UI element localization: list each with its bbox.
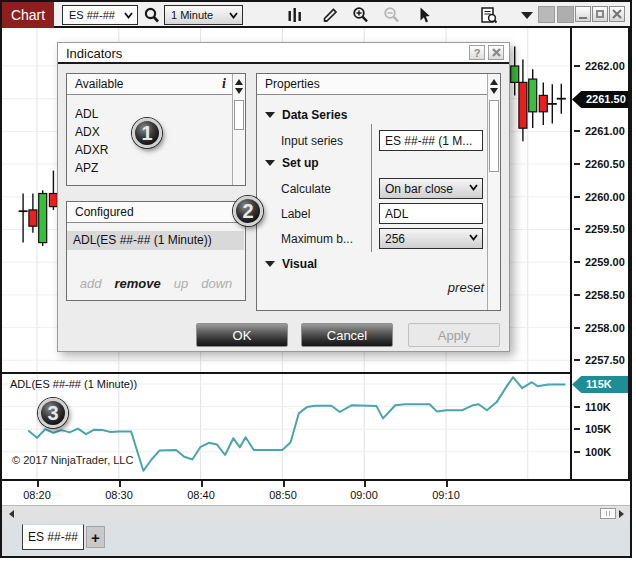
dialog-close-button[interactable] [488, 45, 504, 60]
restore-button[interactable] [592, 6, 608, 22]
last-price-tag: 2261.50 [572, 91, 630, 108]
search-icon[interactable] [142, 6, 162, 25]
close-icon [492, 48, 501, 57]
section-label: Set up [282, 156, 319, 170]
indicator-tick: 110K [572, 400, 628, 414]
callout-badge-2: 2 [233, 196, 263, 226]
scroll-up-icon[interactable] [235, 79, 243, 85]
label-label: Label [281, 207, 310, 221]
chart-window: Chart ES ##-## 1 Minute [0, 0, 632, 558]
available-scrollbar[interactable] [232, 74, 245, 185]
info-icon[interactable]: i [222, 76, 226, 92]
tab-es[interactable]: ES ##-## [22, 524, 84, 550]
toolbar: Chart ES ##-## 1 Minute [2, 2, 630, 28]
chevron-down-icon [229, 12, 238, 19]
available-header: Available [67, 74, 245, 95]
price-tick: 2260.00 [572, 190, 628, 204]
time-axis[interactable]: 08:20 08:30 08:40 08:50 09:00 09:10 [2, 479, 630, 505]
help-button[interactable]: ? [469, 45, 485, 60]
candle-body [39, 194, 47, 243]
indicators-dialog: Indicators ? Available i ADL ADX ADXR AP… [57, 42, 510, 352]
label-value: ADL [385, 207, 408, 221]
section-data-series[interactable]: Data Series [265, 108, 347, 122]
add-tab-button[interactable]: + [86, 526, 105, 548]
configured-header: Configured [67, 202, 245, 223]
properties-scrollbar[interactable] [487, 74, 500, 310]
input-series-field[interactable]: ES ##-## (1 M... [379, 130, 483, 151]
interval-link-button[interactable] [557, 6, 574, 23]
remove-link[interactable]: remove [114, 276, 160, 291]
label-field[interactable]: ADL [379, 203, 483, 224]
scroll-down-icon[interactable] [235, 88, 243, 94]
chevron-down-icon [124, 12, 133, 19]
time-tick: 09:10 [425, 489, 467, 501]
preset-link[interactable]: preset [448, 280, 484, 295]
price-tick: 2258.50 [572, 288, 628, 302]
draw-pencil-icon[interactable] [320, 6, 340, 25]
section-set-up[interactable]: Set up [265, 156, 319, 170]
ok-button[interactable]: OK [196, 323, 288, 347]
calculate-dropdown[interactable]: On bar close [379, 178, 483, 199]
instrument-dropdown[interactable]: ES ##-## [62, 5, 138, 25]
candle-body [519, 82, 527, 128]
scroll-right-button[interactable] [614, 506, 628, 521]
indicator-tick: 100K [572, 445, 628, 459]
calculate-label: Calculate [281, 182, 331, 196]
scrollbar-thumb[interactable] [600, 508, 616, 519]
price-axis[interactable]: 2262.00 2261.00 2260.50 2260.00 2259.50 … [570, 28, 628, 479]
dialog-titlebar[interactable]: Indicators ? [58, 43, 509, 64]
properties-panel: Properties Data Series Input series ES #… [256, 73, 501, 311]
add-link: add [80, 276, 102, 291]
close-icon [612, 9, 622, 19]
cursor-icon[interactable] [414, 6, 434, 25]
price-tick: 2259.00 [572, 255, 628, 269]
maximum-bars-dropdown[interactable]: 256 [379, 228, 483, 249]
minimize-button[interactable] [575, 6, 591, 22]
scroll-up-icon[interactable] [490, 79, 498, 85]
column-divider [371, 124, 372, 252]
configured-list-box: Configured ADL(ES ##-## (1 Minute)) add … [66, 201, 246, 301]
calculate-value: On bar close [385, 182, 453, 196]
candle-body [539, 95, 547, 111]
apply-button: Apply [408, 323, 500, 347]
price-tick: 2261.00 [572, 124, 628, 138]
scrollbar-thumb[interactable] [234, 100, 244, 130]
configured-item-selected[interactable]: ADL(ES ##-## (1 Minute)) [67, 231, 244, 250]
time-tick: 08:20 [16, 489, 58, 501]
section-label: Data Series [282, 108, 347, 122]
price-tick: 2260.50 [572, 157, 628, 171]
horizontal-scrollbar[interactable] [2, 505, 630, 521]
close-window-button[interactable] [609, 6, 625, 22]
candle-body [29, 210, 37, 226]
time-tick: 08:30 [98, 489, 140, 501]
candle-body [529, 79, 537, 112]
instrument-link-button[interactable] [538, 6, 555, 23]
list-item-apz[interactable]: APZ [67, 159, 232, 177]
callout-badge-1: 1 [132, 118, 162, 148]
input-series-label: Input series [281, 134, 343, 148]
zoom-out-icon [382, 6, 402, 25]
chart-trader-icon[interactable] [479, 6, 499, 25]
maximum-bars-label: Maximum b... [281, 232, 353, 246]
zoom-in-icon[interactable] [351, 6, 371, 25]
window-title-tab: Chart [2, 2, 54, 28]
collapse-triangle-icon [265, 261, 275, 267]
price-tick: 2259.50 [572, 222, 628, 236]
scroll-left-button[interactable] [4, 506, 18, 521]
help-icon: ? [474, 47, 481, 59]
section-visual[interactable]: Visual [265, 257, 317, 271]
arrow-right-icon [619, 510, 624, 518]
caret-down-icon[interactable] [521, 12, 533, 19]
scrollbar-thumb[interactable] [489, 100, 499, 172]
dialog-title: Indicators [66, 46, 122, 61]
down-link: down [201, 276, 232, 291]
interval-dropdown[interactable]: 1 Minute [164, 5, 243, 25]
restore-icon [596, 10, 604, 18]
scroll-down-icon[interactable] [490, 88, 498, 94]
axis-border [628, 28, 630, 505]
price-tick: 2257.50 [572, 353, 628, 367]
properties-header: Properties [257, 74, 500, 95]
cancel-button[interactable]: Cancel [301, 323, 393, 347]
bar-type-icon[interactable] [285, 6, 305, 25]
input-series-value: ES ##-## (1 M... [385, 134, 472, 148]
